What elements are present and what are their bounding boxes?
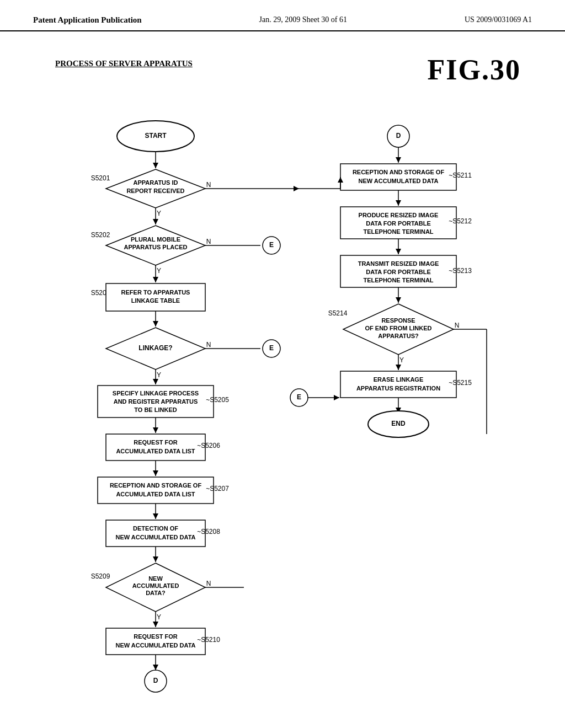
start-node: START [145,132,167,140]
s5207-text1: RECEPTION AND STORAGE OF [110,482,202,489]
svg-marker-63 [334,395,339,400]
svg-marker-48 [396,249,401,254]
s5211-label: ~S5211 [449,172,472,179]
svg-marker-26 [153,470,158,476]
svg-rect-24 [106,434,205,461]
e-connector-bottom: E [297,393,301,401]
s5210-text1: REQUEST FOR [134,633,178,640]
s5214-text2: OF END FROM LINKED [365,325,432,331]
s5204-text: LINKAGE? [138,344,172,352]
s5209-n: N [206,580,211,587]
d-connector-top: D [396,132,401,140]
s5201-text2: REPORT RECEIVED [126,188,184,194]
s5205-text1: SPECIFY LINKAGE PROCESS [113,390,199,397]
svg-marker-42 [396,157,401,163]
s5207-label: ~S5207 [206,485,229,493]
s5212-text2: DATA FOR PORTABLE [366,220,431,227]
svg-marker-45 [396,200,401,206]
s5213-label: ~S5213 [449,267,472,275]
e-connector-mid: E [269,344,274,352]
svg-marker-56 [396,365,401,370]
svg-rect-27 [98,477,214,504]
s5209-text1: NEW [148,575,163,582]
svg-marker-15 [153,321,158,326]
s5214-n: N [455,322,460,329]
flowchart-container: START S5201 APPARATUS ID REPORT RECEIVED… [33,103,532,710]
svg-rect-57 [340,371,456,398]
s5206-text2: ACCUMULATED DATA LIST [116,448,195,454]
svg-rect-36 [106,628,205,655]
s5213-text3: TELEPHONE TERMINAL [363,277,433,283]
s5209-text2: ACCUMULATED [132,582,179,589]
s5202-n: N [206,238,211,245]
s5208-label: ~S5208 [197,528,220,536]
s5210-text2: NEW ACCUMULATED DATA [115,642,195,649]
publication-label: Patent Application Publication [33,15,142,25]
s5215-label: ~S5215 [449,379,472,387]
svg-marker-29 [153,513,158,519]
s5215-text2: APPARATUS REGISTRATION [356,385,440,392]
patent-number: US 2009/0031069 A1 [465,15,532,25]
s5212-text3: TELEPHONE TERMINAL [363,228,433,235]
s5201-text1: APPARATUS ID [134,179,178,186]
svg-marker-7 [153,219,158,224]
s5213-text1: TRANSMIT RESIZED IMAGE [358,260,439,267]
s5213-text2: DATA FOR PORTABLE [366,269,431,275]
s5202-text2: APPARATUS PLACED [124,244,187,250]
s5205-label: ~S5205 [206,396,229,404]
s5214-text3: APPARATUS? [378,333,419,339]
svg-marker-2 [153,163,158,168]
s5214-label-text: S5214 [328,309,348,317]
flowchart-svg: START S5201 APPARATUS ID REPORT RECEIVED… [33,103,532,710]
svg-marker-35 [153,622,158,627]
s5203-text1: REFER TO APPARATUS [121,289,190,296]
svg-marker-51 [396,297,401,303]
s5210-label: ~S5210 [197,636,220,644]
svg-marker-23 [153,427,158,433]
e-connector-top: E [269,241,274,249]
d-connector-bottom: D [153,677,158,684]
s5205-text3: TO BE LINKED [134,406,177,413]
s5202-y: Y [157,267,161,275]
s5212-text1: PRODUCE RESIZED IMAGE [359,212,439,218]
s5209-text3: DATA? [146,590,166,596]
sheet-info: Jan. 29, 2009 Sheet 30 of 61 [259,15,347,25]
s5203-text2: LINKAGE TABLE [131,297,180,304]
s5211-text2: NEW ACCUMULATED DATA [358,178,438,184]
s5205-text2: AND REGISTER APPARATUS [114,398,198,405]
s5209-label: S5209 [91,572,110,580]
s5215-text1: ERASE LINKAGE [374,376,423,383]
page-header: Patent Application Publication Jan. 29, … [0,0,565,31]
svg-marker-5 [294,186,299,191]
s5207-text2: ACCUMULATED DATA LIST [116,491,195,497]
main-content: FIG.30 PROCESS OF SERVER APPARATUS START… [0,31,565,728]
s5201-label: S5201 [91,174,110,182]
end-node: END [391,420,406,427]
s5211-text1: RECEPTION AND STORAGE OF [353,169,445,175]
process-label: PROCESS OF SERVER APPARATUS [55,59,193,68]
s5209-y: Y [157,613,161,621]
s5206-text1: REQUEST FOR [134,439,178,446]
s5208-text1: DETECTION OF [133,525,178,532]
figure-title: FIG.30 [428,53,521,86]
s5208-text2: NEW ACCUMULATED DATA [115,534,195,540]
s5212-label: ~S5212 [449,217,472,225]
s5201-y: Y [157,210,161,217]
svg-marker-32 [153,556,158,562]
svg-rect-30 [106,520,205,547]
svg-marker-38 [153,665,158,670]
s5202-text1: PLURAL MOBILE [131,236,180,243]
svg-marker-12 [153,277,158,282]
svg-marker-20 [153,379,158,384]
s5214-y: Y [399,356,404,364]
s5204-y: Y [157,371,161,379]
s5214-text1: RESPONSE [381,317,415,324]
s5204-n: N [206,341,211,349]
s5206-label: ~S5206 [197,442,220,449]
s5202-label: S5202 [91,231,110,239]
s5201-n: N [206,181,211,189]
svg-rect-43 [340,164,456,190]
